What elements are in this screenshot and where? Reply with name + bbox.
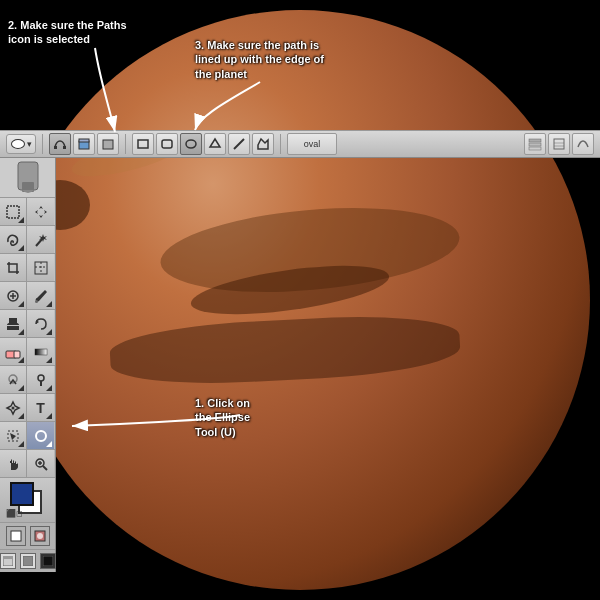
separator-1 (42, 134, 43, 154)
dodge-tool[interactable] (27, 366, 54, 393)
annotation-step1-line2: the Ellipse (195, 411, 250, 423)
history-tool[interactable] (27, 310, 54, 337)
tool-row-5 (0, 310, 55, 338)
ellipse-option[interactable] (180, 133, 202, 155)
annotation-step2: 2. Make sure the Paths icon is selected (8, 18, 127, 47)
full-screen-icon (43, 556, 53, 566)
svg-rect-1 (63, 146, 66, 149)
svg-rect-12 (529, 147, 541, 150)
paths-panel-button[interactable] (572, 133, 594, 155)
tool-row-10 (0, 450, 55, 478)
shape-tool-ellipse[interactable] (27, 422, 54, 449)
foreground-color-swatch[interactable] (10, 482, 34, 506)
blur-tool[interactable] (0, 366, 27, 393)
shape-layers-svg (77, 137, 91, 151)
svg-rect-0 (54, 146, 57, 149)
path-select-tool[interactable] (0, 422, 27, 449)
fill-pixels-button[interactable] (97, 133, 119, 155)
magic-wand-icon (33, 232, 49, 248)
annotation-step1-line3: Tool (U) (195, 426, 236, 438)
magic-wand-tool[interactable] (27, 226, 54, 253)
line-option[interactable] (228, 133, 250, 155)
shape-layers-button[interactable] (73, 133, 95, 155)
line-svg (232, 137, 246, 151)
move-tool[interactable] (27, 198, 54, 225)
quick-mask-button[interactable] (30, 526, 50, 546)
stamp-tool[interactable] (0, 310, 27, 337)
style-label: oval (304, 139, 321, 149)
mars-background (0, 0, 600, 600)
toolbox: T (0, 158, 56, 572)
annotation-step2-text: 2. Make sure the Paths (8, 19, 127, 31)
reset-colors-icon[interactable]: ⬛◻ (6, 509, 23, 518)
separator-3 (280, 134, 281, 154)
screen-mode-area (0, 550, 55, 572)
channels-button[interactable] (548, 133, 570, 155)
svg-rect-13 (554, 139, 564, 149)
hand-tool[interactable] (0, 450, 27, 477)
svg-rect-3 (79, 139, 89, 142)
standard-screen-icon (3, 556, 13, 566)
separator-2 (125, 134, 126, 154)
zoom-tool[interactable] (27, 450, 54, 477)
tool-row-3 (0, 254, 55, 282)
layers-panel-button[interactable] (524, 133, 546, 155)
mars-planet (10, 10, 590, 590)
shape-selector[interactable]: ▾ (6, 134, 36, 154)
oval-shape-icon (11, 139, 25, 149)
paths-icon-button[interactable] (49, 133, 71, 155)
svg-point-7 (186, 140, 196, 148)
annotation-step3: 3. Make sure the path is lined up with t… (195, 38, 324, 81)
svg-rect-30 (35, 349, 47, 355)
svg-point-34 (12, 406, 15, 409)
pen-tool[interactable] (0, 394, 27, 421)
annotation-step3-line2: lined up with the edge of (195, 53, 324, 65)
text-tool[interactable]: T (27, 394, 54, 421)
annotation-step3-line1: 3. Make sure the path is (195, 39, 319, 51)
toolbar-right-group (524, 133, 594, 155)
svg-point-35 (36, 431, 46, 441)
color-swatches: ⬛◻ (0, 478, 55, 523)
tool-row-6 (0, 338, 55, 366)
zoom-icon (33, 456, 49, 472)
paths-svg (53, 137, 67, 151)
style-button[interactable]: oval (287, 133, 337, 155)
svg-line-19 (36, 238, 43, 246)
gradient-tool[interactable] (27, 338, 54, 365)
channels-svg (552, 137, 566, 151)
svg-point-32 (38, 375, 44, 381)
crop-tool[interactable] (0, 254, 27, 281)
annotation-step3-line3: the planet (195, 68, 247, 80)
custom-svg (256, 137, 270, 151)
rectangle-option[interactable] (132, 133, 154, 155)
lasso-tool[interactable] (0, 226, 27, 253)
heal-tool[interactable] (0, 282, 27, 309)
svg-rect-5 (138, 140, 148, 148)
ellipse-svg (184, 137, 198, 151)
tool-row-4 (0, 282, 55, 310)
custom-shape-option[interactable] (252, 133, 274, 155)
brush-tool[interactable] (27, 282, 54, 309)
paths-panel-svg (576, 137, 590, 151)
brush-icon (8, 160, 48, 195)
rounded-rect-svg (160, 137, 174, 151)
rounded-rect-option[interactable] (156, 133, 178, 155)
svg-point-42 (37, 533, 43, 539)
full-screen-button[interactable] (40, 553, 56, 569)
tool-row-8: T (0, 394, 55, 422)
standard-screen-button[interactable] (0, 553, 16, 569)
annotation-step1-line1: 1. Click on (195, 397, 250, 409)
svg-rect-44 (3, 556, 13, 559)
full-screen-menu-button[interactable] (20, 553, 36, 569)
options-toolbar: ▾ (0, 130, 600, 158)
polygon-option[interactable] (204, 133, 226, 155)
marquee-tool[interactable] (0, 198, 27, 225)
slice-tool[interactable] (27, 254, 54, 281)
move-icon (33, 204, 49, 220)
eraser-tool[interactable] (0, 338, 27, 365)
svg-point-26 (35, 300, 38, 303)
full-screen-menu-icon (23, 556, 33, 566)
fill-pixels-svg (101, 137, 115, 151)
tool-row-1 (0, 198, 55, 226)
standard-mode-button[interactable] (6, 526, 26, 546)
